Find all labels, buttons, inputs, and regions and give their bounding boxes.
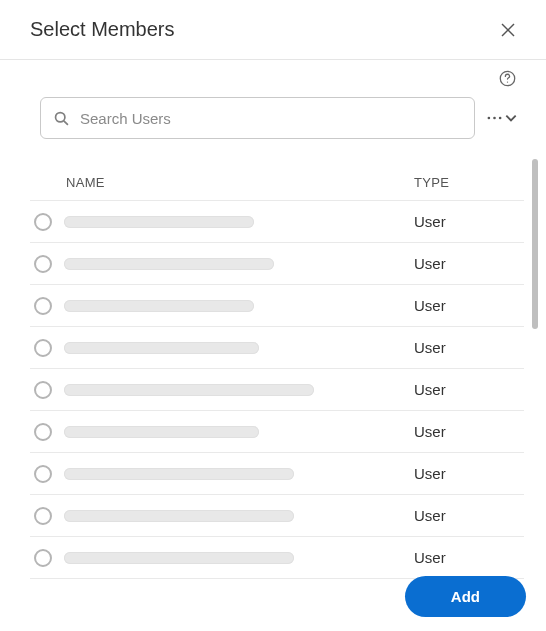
row-radio[interactable] [34, 465, 52, 483]
table-row[interactable]: User [30, 537, 524, 579]
row-radio[interactable] [34, 255, 52, 273]
row-name-cell [64, 258, 402, 270]
row-radio[interactable] [34, 423, 52, 441]
redacted-name [64, 300, 254, 312]
redacted-name [64, 258, 274, 270]
row-name-cell [64, 300, 402, 312]
row-type-cell: User [414, 549, 524, 566]
table-row[interactable]: User [30, 201, 524, 243]
close-icon [500, 22, 516, 38]
row-name-cell [64, 384, 402, 396]
more-options-toggle[interactable] [483, 111, 522, 125]
row-type-cell: User [414, 255, 524, 272]
svg-line-5 [64, 121, 67, 124]
svg-point-6 [488, 117, 491, 120]
row-type-cell: User [414, 465, 524, 482]
row-name-cell [64, 552, 402, 564]
table-row[interactable]: User [30, 327, 524, 369]
search-field[interactable] [40, 97, 475, 139]
table-row[interactable]: User [30, 411, 524, 453]
dialog-footer: Add [405, 576, 526, 617]
row-type-cell: User [414, 213, 524, 230]
svg-point-8 [499, 117, 502, 120]
members-table: NAME TYPE UserUserUserUserUserUserUserUs… [0, 143, 546, 579]
redacted-name [64, 510, 294, 522]
table-row[interactable]: User [30, 243, 524, 285]
row-type-cell: User [414, 507, 524, 524]
row-name-cell [64, 468, 402, 480]
row-name-cell [64, 342, 402, 354]
row-type-cell: User [414, 297, 524, 314]
close-button[interactable] [500, 22, 516, 38]
add-button[interactable]: Add [405, 576, 526, 617]
row-radio[interactable] [34, 213, 52, 231]
column-headers: NAME TYPE [30, 163, 524, 200]
row-type-cell: User [414, 339, 524, 356]
scrollbar-thumb[interactable] [532, 159, 538, 329]
row-radio[interactable] [34, 297, 52, 315]
ellipsis-icon [487, 111, 502, 125]
table-row[interactable]: User [30, 495, 524, 537]
row-type-cell: User [414, 381, 524, 398]
table-row[interactable]: User [30, 453, 524, 495]
svg-point-7 [493, 117, 496, 120]
row-radio[interactable] [34, 381, 52, 399]
row-type-cell: User [414, 423, 524, 440]
help-button[interactable] [499, 70, 516, 91]
redacted-name [64, 342, 259, 354]
svg-point-3 [507, 81, 508, 82]
table-row[interactable]: User [30, 369, 524, 411]
row-name-cell [64, 216, 402, 228]
search-input[interactable] [80, 110, 462, 127]
redacted-name [64, 426, 259, 438]
redacted-name [64, 216, 254, 228]
dialog-header: Select Members [0, 0, 546, 60]
column-header-type: TYPE [414, 175, 524, 190]
row-radio[interactable] [34, 339, 52, 357]
chevron-down-icon [504, 111, 518, 125]
redacted-name [64, 552, 294, 564]
help-icon [499, 70, 516, 87]
redacted-name [64, 384, 314, 396]
table-row[interactable]: User [30, 285, 524, 327]
redacted-name [64, 468, 294, 480]
search-icon [53, 110, 70, 127]
row-name-cell [64, 510, 402, 522]
row-name-cell [64, 426, 402, 438]
dialog-title: Select Members [30, 18, 175, 41]
row-radio[interactable] [34, 507, 52, 525]
toolbar [0, 60, 546, 143]
row-radio[interactable] [34, 549, 52, 567]
column-header-name: NAME [66, 175, 414, 190]
